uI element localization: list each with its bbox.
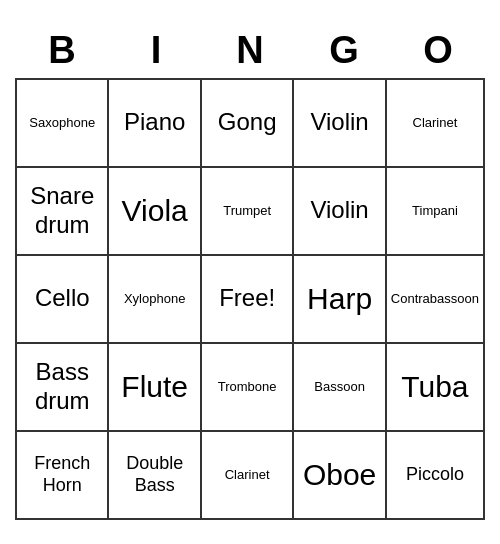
cell-label: Xylophone xyxy=(124,291,185,307)
cell-label: Snaredrum xyxy=(30,182,94,240)
cell-label: Timpani xyxy=(412,203,458,219)
cell-label: Violin xyxy=(310,108,368,137)
cell-label: Harp xyxy=(307,281,372,317)
cell-3-1: Flute xyxy=(109,344,201,432)
cell-2-0: Cello xyxy=(17,256,109,344)
cell-1-3: Violin xyxy=(294,168,386,256)
cell-2-3: Harp xyxy=(294,256,386,344)
cell-4-1: DoubleBass xyxy=(109,432,201,520)
cell-0-0: Saxophone xyxy=(17,80,109,168)
bingo-grid: SaxophonePianoGongViolinClarinetSnaredru… xyxy=(15,78,485,520)
cell-label: Saxophone xyxy=(29,115,95,131)
cell-4-3: Oboe xyxy=(294,432,386,520)
cell-label: Tuba xyxy=(401,369,468,405)
cell-label: Cello xyxy=(35,284,90,313)
header-letter: I xyxy=(109,25,203,76)
cell-label: Clarinet xyxy=(225,467,270,483)
header-letter: N xyxy=(203,25,297,76)
cell-2-1: Xylophone xyxy=(109,256,201,344)
cell-label: Trumpet xyxy=(223,203,271,219)
cell-label: Contrabassoon xyxy=(391,291,479,307)
header-letter: B xyxy=(15,25,109,76)
cell-label: Free! xyxy=(219,284,275,313)
header-letter: G xyxy=(297,25,391,76)
cell-label: Bassdrum xyxy=(35,358,90,416)
cell-2-4: Contrabassoon xyxy=(387,256,485,344)
cell-label: Viola xyxy=(122,193,188,229)
cell-label: Flute xyxy=(121,369,188,405)
cell-1-4: Timpani xyxy=(387,168,485,256)
cell-label: FrenchHorn xyxy=(34,453,90,496)
cell-3-0: Bassdrum xyxy=(17,344,109,432)
cell-1-1: Viola xyxy=(109,168,201,256)
bingo-card: BINGO SaxophonePianoGongViolinClarinetSn… xyxy=(15,25,485,520)
cell-label: Piccolo xyxy=(406,464,464,486)
cell-3-2: Trombone xyxy=(202,344,294,432)
cell-label: Piano xyxy=(124,108,185,137)
cell-0-2: Gong xyxy=(202,80,294,168)
cell-label: Clarinet xyxy=(413,115,458,131)
cell-label: DoubleBass xyxy=(126,453,183,496)
cell-label: Trombone xyxy=(218,379,277,395)
cell-2-2: Free! xyxy=(202,256,294,344)
cell-label: Bassoon xyxy=(314,379,365,395)
bingo-header: BINGO xyxy=(15,25,485,76)
cell-0-3: Violin xyxy=(294,80,386,168)
cell-4-0: FrenchHorn xyxy=(17,432,109,520)
cell-1-0: Snaredrum xyxy=(17,168,109,256)
header-letter: O xyxy=(391,25,485,76)
cell-3-3: Bassoon xyxy=(294,344,386,432)
cell-label: Gong xyxy=(218,108,277,137)
cell-label: Violin xyxy=(310,196,368,225)
cell-0-4: Clarinet xyxy=(387,80,485,168)
cell-0-1: Piano xyxy=(109,80,201,168)
cell-4-4: Piccolo xyxy=(387,432,485,520)
cell-label: Oboe xyxy=(303,457,376,493)
cell-1-2: Trumpet xyxy=(202,168,294,256)
cell-3-4: Tuba xyxy=(387,344,485,432)
cell-4-2: Clarinet xyxy=(202,432,294,520)
